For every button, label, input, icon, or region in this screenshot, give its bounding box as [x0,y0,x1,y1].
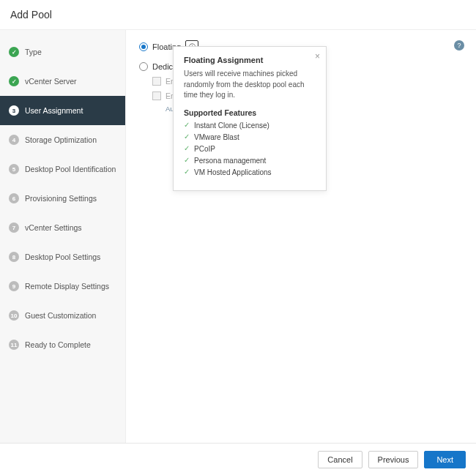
step-11[interactable]: 11Ready to Complete [0,330,125,359]
step-9[interactable]: 9Remote Display Settings [0,272,125,301]
step-number-icon: 8 [9,252,19,262]
feature-label: PCoIP [194,145,215,153]
step-label: Type [25,48,42,56]
wizard-title: Add Pool [10,9,52,20]
step-label: User Assignment [25,106,83,115]
check-icon: ✓ [9,76,19,86]
step-number-icon: 11 [9,340,19,350]
next-button[interactable]: Next [424,451,466,468]
step-number-icon: 6 [9,193,19,203]
check-icon: ✓ [184,157,190,164]
feature-label: Instant Clone (License) [194,121,269,130]
step-5[interactable]: 5Desktop Pool Identification [0,154,125,184]
feature-item: ✓Persona management [184,157,316,165]
step-label: vCenter Server [25,77,77,86]
help-icon[interactable]: ? [454,40,464,51]
wizard-footer: Cancel Previous Next [0,443,476,475]
feature-item: ✓Instant Clone (License) [184,121,316,130]
step-number-icon: 9 [9,281,19,291]
step-3[interactable]: 3User Assignment [0,96,125,125]
popover-subtitle: Supported Features [184,108,316,117]
check-icon: ✓ [9,47,19,57]
feature-item: ✓PCoIP [184,145,316,153]
step-label: vCenter Settings [25,223,82,232]
feature-item: ✓VMware Blast [184,133,316,141]
step-6[interactable]: 6Provisioning Settings [0,184,125,213]
step-2[interactable]: ✓vCenter Server [0,67,125,96]
check-icon: ✓ [184,168,190,176]
step-label: Desktop Pool Identification [25,165,116,173]
feature-item: ✓VM Hosted Applications [184,168,316,176]
step-label: Storage Optimization [25,135,97,144]
step-1[interactable]: ✓Type [0,37,125,67]
dedicated-radio[interactable] [139,62,148,71]
close-icon[interactable]: × [315,51,320,61]
popover-desc: Users will receive machines picked rando… [184,69,316,101]
step-label: Desktop Pool Settings [25,253,100,261]
enable-multi-checkbox [152,91,161,100]
wizard-content: ? Floating ⓘ Dedicated ⓘ Enable Auto Ena… [126,30,476,446]
step-label: Provisioning Settings [25,194,97,203]
previous-button[interactable]: Previous [368,451,419,468]
check-icon: ✓ [184,121,190,129]
step-number-icon: 3 [9,105,19,116]
popover-feature-list: ✓Instant Clone (License)✓VMware Blast✓PC… [184,121,316,176]
feature-label: VM Hosted Applications [194,168,272,176]
feature-label: VMware Blast [194,133,239,141]
step-10[interactable]: 10Guest Customization [0,301,125,330]
step-label: Remote Display Settings [25,282,109,291]
floating-radio[interactable] [139,42,148,51]
step-8[interactable]: 8Desktop Pool Settings [0,242,125,272]
check-icon: ✓ [184,133,190,141]
step-label: Ready to Complete [25,340,91,349]
step-number-icon: 4 [9,135,19,145]
enable-auto-checkbox [152,77,161,86]
step-number-icon: 10 [9,310,19,321]
floating-info-popover: × Floating Assignment Users will receive… [173,46,327,191]
step-7[interactable]: 7vCenter Settings [0,213,125,242]
check-icon: ✓ [184,145,190,152]
wizard-header: Add Pool [0,0,476,30]
step-label: Guest Customization [25,311,96,320]
step-number-icon: 5 [9,164,19,174]
step-number-icon: 7 [9,222,19,233]
step-4[interactable]: 4Storage Optimization [0,125,125,154]
wizard-body: ✓Type✓vCenter Server3User Assignment4Sto… [0,30,476,446]
cancel-button[interactable]: Cancel [318,451,362,468]
wizard-sidebar: ✓Type✓vCenter Server3User Assignment4Sto… [0,30,126,446]
feature-label: Persona management [194,157,266,165]
popover-title: Floating Assignment [184,56,316,64]
